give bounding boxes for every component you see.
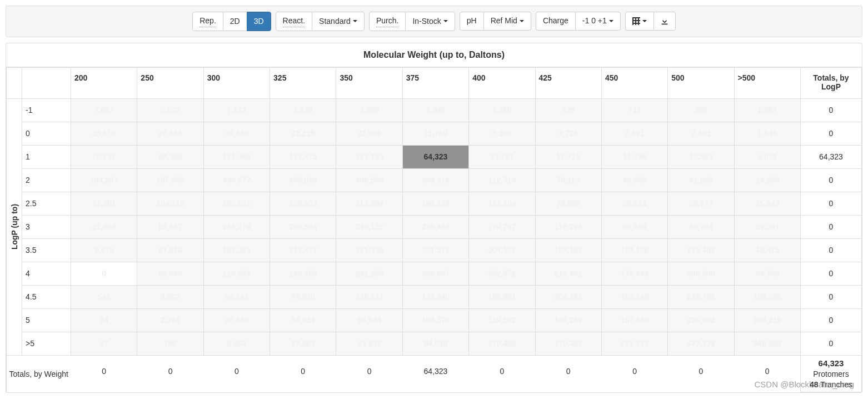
tranche-cell[interactable]: 22,215 [270,122,336,145]
tranche-cell[interactable]: 17,085 [270,332,336,355]
tranche-cell[interactable]: 7,142 [203,98,270,122]
tranche-cell[interactable]: 24,049 [137,262,203,285]
tranche-cell[interactable]: 93 [71,308,137,332]
tranche-cell[interactable]: 65,764 [668,215,734,238]
tranche-cell[interactable]: 50,777 [668,192,734,215]
tranche-cell[interactable]: 230,122 [336,215,402,238]
tranche-cell[interactable]: 204,127 [469,238,535,262]
logp-row-header[interactable]: >5 [22,332,71,355]
tranche-cell[interactable]: 221,322 [601,332,667,355]
tranche-cell[interactable]: 83,447 [137,215,203,238]
mw-column-header[interactable]: 375 [402,67,468,98]
logp-row-header[interactable]: 3 [22,215,71,238]
tranche-cell[interactable]: 935 [535,98,601,122]
logp-row-header[interactable]: 5 [22,308,71,332]
view-2d-button[interactable]: 2D [223,12,247,31]
tranche-cell[interactable]: 124,106 [601,238,667,262]
mw-column-header[interactable]: 425 [535,67,601,98]
tranche-cell[interactable]: 179,737 [469,215,535,238]
mw-column-header[interactable]: 450 [601,67,667,98]
tranche-cell[interactable]: 229,791 [668,285,734,308]
tranche-cell[interactable]: 3,728 [535,122,601,145]
tranche-cell[interactable]: 204,316 [402,168,468,192]
tranche-cell[interactable]: 29,061 [734,215,800,238]
charge-button[interactable]: Charge [536,12,576,31]
tranche-cell[interactable]: 187,460 [137,168,203,192]
tranche-cell[interactable]: 118,296 [535,215,601,238]
tranche-cell[interactable]: 11,769 [402,122,468,145]
tranche-cell[interactable]: 37,301 [71,192,137,215]
tranche-cell[interactable]: 17,713 [535,145,601,168]
logp-row-header[interactable]: 1 [22,145,71,168]
tranche-cell[interactable]: 7,687 [71,98,137,122]
tranche-cell[interactable]: 70,123 [535,168,601,192]
mw-column-header[interactable]: 350 [336,67,402,98]
tranche-cell[interactable]: 195,801 [469,285,535,308]
tranche-cell[interactable]: 239,444 [402,215,468,238]
tranche-cell[interactable]: 138,241 [336,285,402,308]
tranche-cell[interactable]: 138,459 [270,262,336,285]
tranche-cell[interactable]: 10,593 [668,145,734,168]
tranche-cell[interactable]: 153,152 [535,238,601,262]
refmid-dropdown[interactable]: Ref Mid [483,12,531,31]
mw-column-header[interactable]: 400 [469,67,535,98]
logp-row-header[interactable]: 2.5 [22,192,71,215]
tranche-cell[interactable]: 6,684 [203,332,270,355]
mw-column-header[interactable]: 500 [668,67,734,98]
tranche-cell[interactable]: 41,885 [668,168,734,192]
tranche-cell[interactable]: 840,595 [734,332,800,355]
tranche-cell[interactable]: 54,143 [203,285,270,308]
tranche-cell[interactable]: 20,536 [203,308,270,332]
tranche-cell[interactable]: 750 [137,332,203,355]
tranche-cell[interactable]: 905 [668,98,734,122]
logp-row-header[interactable]: 2 [22,168,71,192]
tranche-cell[interactable]: 119,582 [469,308,535,332]
tranche-cell[interactable]: 8,071 [734,145,800,168]
tranche-cell[interactable]: 1,597 [734,98,800,122]
tranche-cell[interactable]: 33,721 [469,145,535,168]
rep-button[interactable]: Rep. [192,12,223,31]
tranche-cell[interactable]: 48,958 [601,168,667,192]
tranche-cell[interactable]: 1,460 [469,98,535,122]
tranche-cell[interactable]: 226,982 [668,308,734,332]
react-button[interactable]: React. [276,12,312,31]
tranche-cell[interactable]: 149,289 [535,308,601,332]
tranche-cell[interactable]: 256,583 [270,215,336,238]
tranche-cell[interactable]: 541 [71,285,137,308]
tranche-cell[interactable]: 25,619 [71,122,137,145]
tranche-cell[interactable]: 259,603 [270,192,336,215]
tranche-cell[interactable]: 76,757 [71,145,137,168]
logp-row-header[interactable]: 0 [22,122,71,145]
tranche-cell[interactable]: 22,666 [336,122,402,145]
tranche-cell[interactable]: 13,356 [734,168,800,192]
ph-button[interactable]: pH [460,12,484,31]
tranche-cell[interactable]: 179,492 [535,332,601,355]
mw-column-header[interactable]: 200 [71,67,137,98]
standard-dropdown[interactable]: Standard [312,12,365,31]
tranche-cell[interactable]: 252,572 [469,262,535,285]
tranche-cell[interactable]: 173,940 [402,285,468,308]
tranche-cell[interactable]: 157,636 [601,308,667,332]
tranche-cell[interactable]: 2,558 [336,98,402,122]
mw-column-header[interactable]: >500 [734,67,800,98]
tranche-cell[interactable]: 79,930 [270,285,336,308]
tranche-cell[interactable]: 477,129 [668,332,734,355]
tranche-cell[interactable]: 79,688 [535,192,601,215]
tranche-cell[interactable]: 11,196 [601,145,667,168]
tranche-cell[interactable]: 211,677 [270,238,336,262]
purch-button[interactable]: Purch. [369,12,406,31]
tranche-cell[interactable]: 58,224 [601,192,667,215]
grid-layout-dropdown[interactable] [625,12,654,31]
tranche-cell[interactable]: 206,590 [668,262,734,285]
tranche-cell[interactable]: 103,370 [402,308,468,332]
tranche-cell[interactable]: 84,538 [402,332,468,355]
tranche-cell[interactable]: 406,596 [336,168,402,192]
tranche-cell[interactable]: 20,655 [137,122,203,145]
tranche-cell[interactable]: 119,469 [469,332,535,355]
mw-column-header[interactable]: 300 [203,67,270,98]
tranche-cell[interactable]: 264,279 [203,215,270,238]
tranche-cell[interactable]: 355,026 [270,168,336,192]
tranche-cell[interactable]: 2,491 [601,122,667,145]
tranche-cell[interactable]: 236,667 [402,262,468,285]
tranche-cell[interactable]: 94,789 [734,262,800,285]
